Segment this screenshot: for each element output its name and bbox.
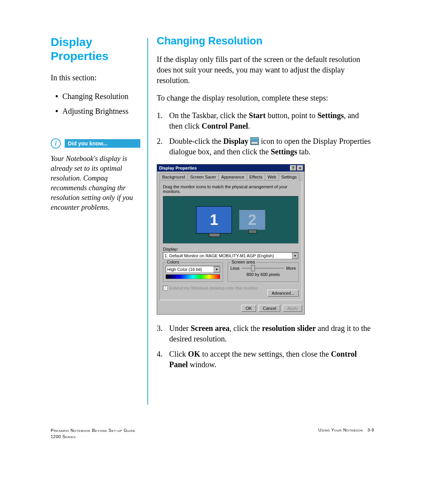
display-icon [250, 137, 259, 145]
display-combo[interactable]: 1. Default Monitor on RAGE MOBILITY-M1 A… [163, 252, 299, 259]
tab-appearance[interactable]: Appearance [218, 173, 247, 180]
monitor-1-icon[interactable]: 1 [196, 206, 232, 233]
bold-start: Start [249, 111, 265, 120]
dyk-header: i Did you know... [51, 138, 140, 149]
step-4: Click OK to accept the new settings, the… [157, 349, 374, 370]
dialog-titlebar: Display Properties ? × [157, 164, 304, 172]
chevron-down-icon[interactable]: ▼ [292, 253, 298, 259]
resolution-slider[interactable] [242, 268, 284, 269]
resolution-readout: 800 by 600 pixels [230, 272, 296, 277]
chevron-down-icon[interactable]: ▼ [214, 266, 220, 272]
tab-settings[interactable]: Settings [279, 173, 300, 180]
tab-effects[interactable]: Effects [247, 173, 265, 180]
footer-page-number: 3-9 [368, 428, 374, 432]
monitor-arrangement[interactable]: 1 2 [163, 196, 299, 244]
page-footer: Presario Notebook Beyond Set-up Guide 12… [51, 428, 374, 440]
tab-screensaver[interactable]: Screen Saver [188, 173, 219, 180]
bold-ok: OK [188, 350, 200, 358]
step1-text-d: . [248, 122, 250, 130]
info-icon: i [51, 138, 61, 149]
bold-resolution-slider: resolution slider [262, 324, 316, 332]
display-combo-value: 1. Default Monitor on RAGE MOBILITY-M1 A… [165, 253, 274, 258]
footer-right: Using Your Notebook 3-9 [318, 428, 374, 440]
bold-control-panel: Control Panel [202, 122, 248, 130]
step4-text-c: window. [188, 360, 216, 369]
bold-settings-tab: Settings [271, 147, 297, 156]
advanced-button[interactable]: Advanced... [267, 290, 299, 297]
display-field-label: Display: [163, 247, 299, 251]
step3-text-b: , click the [230, 324, 262, 332]
step1-text-a: On the Taskbar, click the [169, 111, 249, 120]
slider-less-label: Less [230, 266, 239, 271]
extend-checkbox[interactable]: ✓ [163, 286, 168, 290]
bold-screen-area: Screen area [191, 324, 230, 332]
tab-background[interactable]: Background [159, 173, 188, 180]
left-column: Display Properties In this section: Chan… [51, 35, 140, 405]
slider-more-label: More [286, 266, 296, 271]
toc-item-changing-resolution: Changing Resolution [51, 90, 140, 103]
dyk-label: Did you know... [65, 139, 140, 148]
footer-chapter: Using Your Notebook [318, 428, 363, 432]
extend-label: Extend my Windows desktop onto this moni… [170, 286, 258, 290]
colors-group-label: Colors [166, 260, 180, 264]
monitor-2-icon[interactable]: 2 [239, 210, 265, 230]
ok-button[interactable]: OK [241, 305, 256, 312]
apply-button[interactable]: Apply [283, 305, 302, 312]
did-you-know-box: i Did you know... Your Notebook's displa… [51, 138, 140, 212]
color-gradient-bar [166, 274, 220, 279]
colors-combo[interactable]: High Color (16 bit) ▼ [166, 266, 220, 273]
dialog-title-text: Display Properties [159, 166, 197, 170]
toc-item-adjusting-brightness: Adjusting Brightness [51, 105, 140, 117]
tabs-row: Background Screen Saver Appearance Effec… [159, 173, 302, 180]
footer-left: Presario Notebook Beyond Set-up Guide 12… [51, 428, 135, 440]
settings-tab-body: Drag the monitor icons to match the phys… [159, 180, 302, 300]
help-button[interactable]: ? [290, 165, 296, 171]
titlebar-buttons: ? × [290, 165, 303, 171]
steps-list: On the Taskbar, click the Start button, … [157, 110, 374, 157]
step4-text-a: Click [169, 350, 188, 358]
bold-display: Display [223, 137, 248, 145]
display-properties-dialog: Display Properties ? × Background Screen… [157, 164, 305, 315]
screen-area-group: Screen area Less More 800 by 600 pixels [228, 262, 299, 282]
footer-guide-title: Presario Notebook Beyond Set-up Guide [51, 428, 135, 433]
step2-text-a: Double-click the [169, 137, 223, 145]
monitor-instruction: Drag the monitor icons to match the phys… [163, 184, 299, 194]
step3-text-a: Under [169, 324, 191, 332]
step4-text-b: to accept the new settings, then close t… [200, 350, 331, 358]
bold-settings: Settings [317, 111, 344, 120]
subsection-heading: Changing Resolution [157, 35, 374, 47]
in-this-section-label: In this section: [51, 73, 140, 83]
step-3: Under Screen area, click the resolution … [157, 323, 374, 344]
footer-series: 1200 Series [51, 434, 135, 440]
cancel-button[interactable]: Cancel [258, 305, 280, 312]
colors-group: Colors High Color (16 bit) ▼ [163, 262, 223, 282]
slider-thumb[interactable] [251, 265, 255, 271]
toc-list: Changing Resolution Adjusting Brightness [51, 90, 140, 117]
vertical-divider [147, 38, 148, 405]
page-content: Display Properties In this section: Chan… [0, 0, 421, 405]
step-2: Double-click the Display icon to open th… [157, 136, 374, 157]
close-button[interactable]: × [297, 165, 303, 171]
screen-area-group-label: Screen area [230, 260, 256, 264]
resolution-slider-row: Less More [230, 266, 296, 271]
colors-screenarea-row: Colors High Color (16 bit) ▼ Screen area… [163, 262, 299, 282]
dyk-text: Your Notebook's display is already set t… [51, 154, 140, 212]
intro-paragraph: If the display only fills part of the sc… [157, 54, 374, 86]
colors-combo-value: High Color (16 bit) [167, 267, 202, 272]
tab-web[interactable]: Web [265, 173, 279, 180]
section-title: Display Properties [51, 35, 140, 63]
lead-sentence: To change the display resolution, comple… [157, 93, 374, 103]
dialog-button-row: OK Cancel Apply [157, 302, 304, 314]
step1-text-b: button, point to [265, 111, 317, 120]
step2-text-c: tab. [297, 147, 310, 156]
steps-list-cont: Under Screen area, click the resolution … [157, 323, 374, 370]
step-1: On the Taskbar, click the Start button, … [157, 110, 374, 131]
right-column: Changing Resolution If the display only … [157, 35, 374, 405]
